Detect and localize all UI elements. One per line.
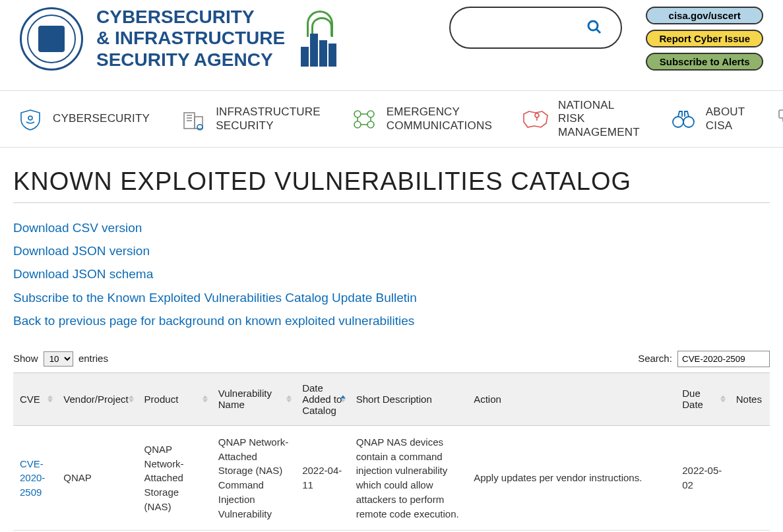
network-icon [350,107,379,132]
svg-point-10 [367,111,374,117]
svg-rect-21 [779,110,783,118]
cell-desc: QNAP NAS devices contain a command injec… [350,425,467,531]
cell-due: 2022-05-02 [675,425,730,531]
cell-product: QNAP Network-Attached Storage (NAS) [138,425,212,531]
col-header-action[interactable]: Action [467,372,675,425]
nav-media[interactable]: MEDIA [774,107,783,132]
search-input[interactable] [454,22,586,34]
search-box[interactable] [449,7,622,49]
col-header-due-date[interactable]: Due Date [675,372,730,425]
nav-national-risk-management[interactable]: NATIONAL RISKMANAGEMENT [521,99,640,139]
svg-point-2 [28,116,32,120]
cell-vendor: QNAP [57,425,137,531]
col-header-date-added[interactable]: Date Added to Catalog [296,372,350,425]
svg-point-12 [367,121,374,128]
col-header-vulnerability-name[interactable]: Vulnerability Name [212,372,296,425]
svg-point-19 [673,117,683,127]
svg-rect-4 [195,117,203,129]
building-icon [179,107,208,132]
svg-point-20 [683,117,694,127]
back-link[interactable]: Back to previous page for background on … [13,309,770,332]
svg-point-8 [197,125,203,130]
subscribe-alerts-button[interactable]: Subscribe to Alerts [646,53,763,71]
entries-select[interactable]: 10 [44,351,73,367]
col-header-notes[interactable]: Notes [730,372,770,425]
page-title: KNOWN EXPLOITED VULNERABILITIES CATALOG [13,167,770,203]
download-csv-link[interactable]: Download CSV version [13,216,770,239]
shield-icon [16,107,45,132]
cell-vname: QNAP Network-Attached Storage (NAS) Comm… [212,425,296,531]
chat-icon [774,107,783,132]
nav-about-cisa[interactable]: ABOUTCISA [669,105,745,133]
table-row: CVE-2020-2509 QNAP QNAP Network-Attached… [13,425,770,531]
download-json-link[interactable]: Download JSON version [13,239,770,262]
col-header-vendor[interactable]: Vendor/Project [57,372,137,425]
svg-point-17 [535,113,539,117]
report-cyber-issue-button[interactable]: Report Cyber Issue [646,30,763,47]
binoculars-icon [669,107,698,132]
cisa-seal-icon [20,7,83,71]
svg-line-1 [597,29,601,33]
svg-point-9 [354,111,361,117]
table-search-input[interactable] [677,351,770,367]
nav-infrastructure-security[interactable]: INFRASTRUCTURESECURITY [179,105,321,133]
nav-emergency-communications[interactable]: EMERGENCYCOMMUNICATIONS [350,105,492,133]
show-label-post: entries [78,353,108,364]
agency-title: CYBERSECURITY & INFRASTRUCTURE SECURITY … [96,7,285,71]
cell-notes [730,425,770,531]
cve-link[interactable]: CVE-2020-2509 [20,458,45,498]
col-header-cve[interactable]: CVE [13,372,57,425]
search-label: Search: [638,353,672,364]
nav-cybersecurity[interactable]: CYBERSECURITY [16,107,150,132]
subscribe-bulletin-link[interactable]: Subscribe to the Known Exploited Vulnera… [13,286,770,309]
search-button[interactable] [586,19,602,37]
search-icon [586,19,602,35]
usa-map-icon [521,107,550,132]
download-schema-link[interactable]: Download JSON schema [13,262,770,285]
uscert-button[interactable]: cisa.gov/uscert [646,7,763,24]
svg-point-11 [354,121,361,128]
cell-action: Apply updates per vendor instructions. [467,425,675,531]
tower-icon [301,11,339,67]
cell-date: 2022-04-11 [296,425,350,531]
col-header-product[interactable]: Product [138,372,212,425]
show-label-pre: Show [13,353,38,364]
col-header-short-description[interactable]: Short Description [350,372,467,425]
svg-point-0 [588,21,598,30]
